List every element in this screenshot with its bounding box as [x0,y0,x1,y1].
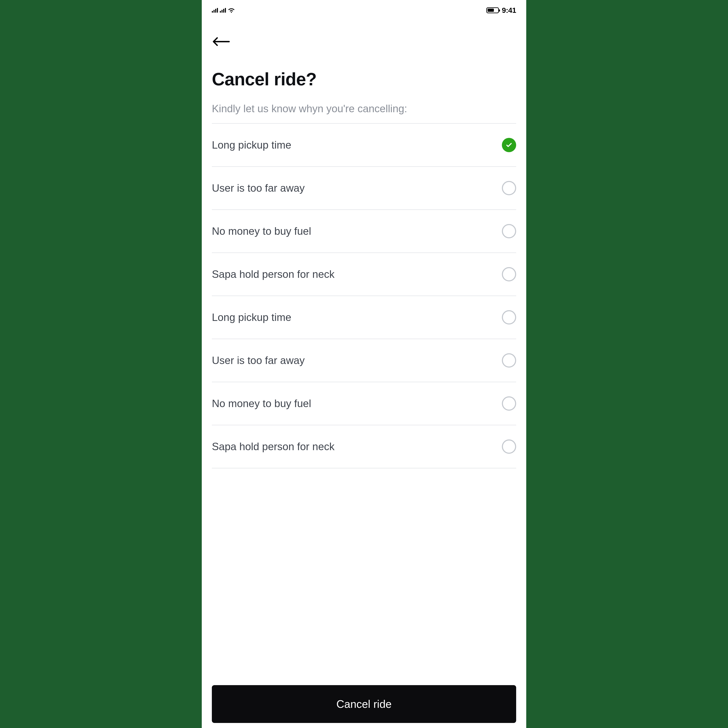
reason-label: User is too far away [212,182,497,194]
reason-option[interactable]: No money to buy fuel [212,382,516,425]
radio-unselected-icon [502,267,516,281]
reason-option[interactable]: Sapa hold person for neck [212,253,516,296]
status-bar: 9:41 [202,0,526,18]
reason-option[interactable]: No money to buy fuel [212,210,516,253]
radio-unselected-icon [502,396,516,411]
radio-selected-icon [502,138,516,152]
cancel-ride-button[interactable]: Cancel ride [212,685,516,723]
reason-option[interactable]: User is too far away [212,339,516,382]
cellular-signal-icon [220,8,226,12]
reason-option[interactable]: User is too far away [212,167,516,210]
reason-label: No money to buy fuel [212,398,497,410]
reason-option[interactable]: Long pickup time [212,124,516,167]
radio-unselected-icon [502,224,516,238]
status-right: 9:41 [486,6,516,14]
reason-label: Sapa hold person for neck [212,440,497,453]
status-left [212,8,235,13]
wifi-icon [228,8,235,13]
reason-label: User is too far away [212,354,497,367]
radio-unselected-icon [502,353,516,367]
reason-option[interactable]: Long pickup time [212,296,516,339]
cellular-signal-icon [212,8,218,12]
reason-label: Sapa hold person for neck [212,268,497,280]
battery-icon [486,8,499,13]
phone-screen: 9:41 Cancel ride? Kindly let us know why… [202,0,526,728]
arrow-left-icon [212,37,230,47]
reason-list: Long pickup timeUser is too far awayNo m… [212,123,516,468]
radio-unselected-icon [502,181,516,195]
reason-option[interactable]: Sapa hold person for neck [212,425,516,468]
cancel-ride-label: Cancel ride [336,698,392,710]
radio-unselected-icon [502,439,516,454]
page-title: Cancel ride? [202,48,526,90]
reason-label: No money to buy fuel [212,225,497,237]
reason-label: Long pickup time [212,311,497,323]
back-button[interactable] [212,35,233,48]
reason-label: Long pickup time [212,139,497,151]
page-subtitle: Kindly let us know whyn you're cancellin… [202,90,526,115]
radio-unselected-icon [502,310,516,324]
clock-time: 9:41 [502,6,516,14]
